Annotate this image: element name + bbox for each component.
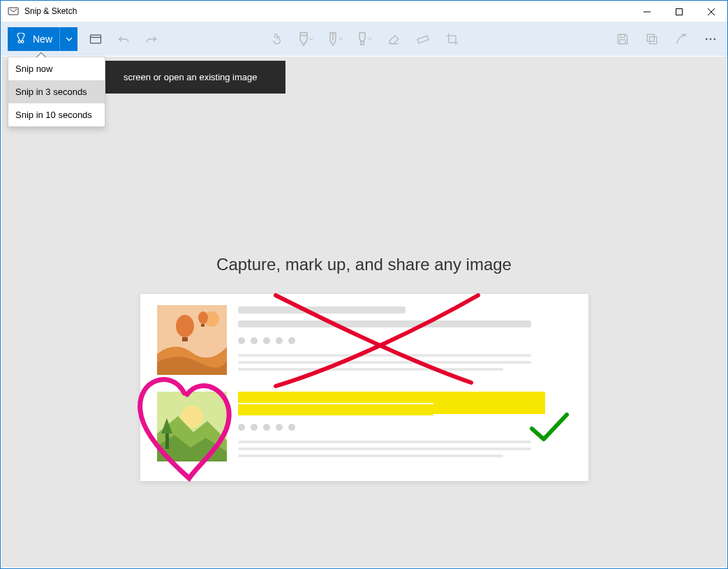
new-snip-dropdown-menu: Snip now Snip in 3 seconds Snip in 10 se… [8, 57, 105, 127]
highlighter-button[interactable] [350, 25, 378, 53]
check-annotation [528, 411, 570, 446]
folder-open-icon [89, 32, 103, 46]
svg-rect-10 [361, 41, 364, 45]
touch-icon [269, 32, 283, 46]
illustration-thumb-landscape [157, 392, 227, 461]
empty-state-illustration [140, 294, 588, 481]
ballpoint-pen-button[interactable] [292, 25, 320, 53]
canvas-area: Capture, mark up, and share any image [1, 57, 727, 568]
new-snip-split-button[interactable]: New [8, 27, 77, 51]
titlebar: Snip & Sketch [1, 1, 727, 22]
highlight-annotation [238, 404, 433, 415]
svg-point-5 [18, 40, 20, 43]
svg-point-24 [198, 311, 208, 324]
svg-rect-14 [621, 34, 625, 37]
dropdown-item-snip-3s[interactable]: Snip in 3 seconds [8, 80, 105, 103]
crop-button[interactable] [438, 25, 466, 53]
undo-button[interactable] [110, 25, 138, 53]
eraser-button[interactable] [380, 25, 408, 53]
open-file-button[interactable] [82, 25, 110, 53]
svg-point-17 [706, 38, 708, 40]
close-button[interactable] [695, 1, 727, 22]
new-snip-button[interactable]: New [8, 27, 59, 51]
svg-rect-16 [650, 37, 657, 44]
chevron-down-icon [367, 36, 373, 42]
toolbar-right-group [609, 25, 725, 53]
svg-rect-28 [165, 434, 169, 449]
window-title: Snip & Sketch [24, 6, 77, 16]
chevron-down-icon [309, 36, 314, 42]
pencil-button[interactable] [321, 25, 349, 53]
app-window: Snip & Sketch New [0, 0, 728, 569]
redo-button[interactable] [138, 25, 165, 53]
svg-rect-12 [417, 36, 429, 43]
crop-icon [445, 32, 459, 46]
redo-icon [144, 32, 158, 46]
eraser-icon [387, 32, 401, 46]
hint-tooltip: screen or open an existing image [105, 61, 285, 94]
svg-rect-13 [620, 40, 625, 44]
new-snip-dropdown-button[interactable] [59, 27, 77, 51]
maximize-button[interactable] [663, 1, 695, 22]
scissors-icon [15, 33, 27, 45]
toolbar-tools-group [262, 25, 466, 53]
svg-rect-23 [182, 337, 188, 341]
svg-rect-15 [647, 34, 654, 41]
toolbar: New [1, 22, 727, 56]
touch-writing-button[interactable] [262, 25, 290, 53]
ruler-button[interactable] [409, 25, 437, 53]
copy-icon [645, 32, 659, 46]
ruler-icon [416, 32, 430, 46]
svg-rect-2 [676, 8, 683, 15]
save-button[interactable] [609, 25, 637, 53]
tooltip-text: screen or open an existing image [124, 72, 258, 82]
copy-button[interactable] [638, 25, 666, 53]
save-icon [616, 32, 630, 46]
svg-point-22 [176, 315, 194, 337]
svg-rect-0 [8, 8, 18, 15]
highlight-annotation [433, 400, 545, 414]
ellipsis-icon [704, 32, 718, 46]
minimize-button[interactable] [631, 1, 663, 22]
undo-icon [117, 32, 131, 46]
svg-rect-7 [91, 35, 101, 43]
new-button-label: New [33, 34, 52, 45]
chevron-down-icon [338, 36, 343, 42]
dropdown-item-snip-now[interactable]: Snip now [8, 57, 105, 80]
illustration-thumb-balloons [157, 305, 227, 375]
svg-rect-25 [201, 324, 205, 327]
share-button[interactable] [667, 25, 695, 53]
share-icon [674, 32, 688, 46]
window-controls [631, 1, 727, 22]
more-button[interactable] [697, 25, 725, 53]
app-favicon [8, 6, 19, 17]
empty-state-heading: Capture, mark up, and share any image [1, 255, 727, 274]
svg-point-18 [710, 38, 712, 40]
dropdown-item-snip-10s[interactable]: Snip in 10 seconds [8, 103, 105, 126]
svg-point-19 [714, 38, 716, 40]
chevron-down-icon [66, 36, 73, 43]
svg-point-6 [22, 40, 24, 43]
